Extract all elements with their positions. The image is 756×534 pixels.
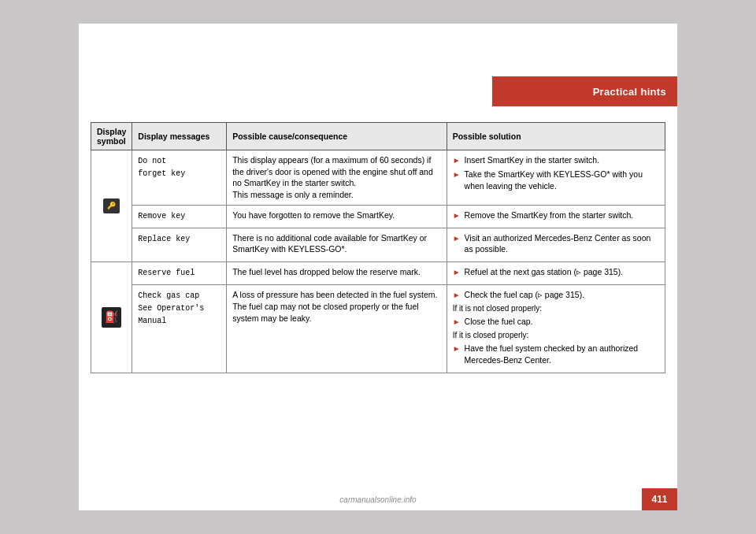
- solution-item: ► Visit an authorized Mercedes-Benz Cent…: [453, 232, 659, 255]
- message-text: Do notforget key: [138, 157, 185, 178]
- solution-text: Take the SmartKey with KEYLESS-GO* with …: [465, 169, 659, 191]
- solution-text: Refuel at the next gas station (▹ page 3…: [465, 266, 624, 278]
- table-row: 🔑 Do notforget key This display appears …: [91, 150, 665, 206]
- message-text: Reserve fuel: [138, 269, 195, 277]
- solution-text: Insert SmartKey in the starter switch.: [465, 154, 600, 166]
- solution-item: ► Close the fuel cap.: [453, 316, 659, 328]
- table-row: Check gas capSee Operator's Manual A los…: [91, 285, 665, 373]
- solution-check-gas-cap: ► Check the fuel cap (▹ page 315). If it…: [447, 285, 665, 373]
- fuel-symbol-cell: ⛽: [91, 262, 132, 373]
- message-check-gas-cap: Check gas capSee Operator's Manual: [132, 285, 227, 373]
- bullet-arrow-icon: ►: [453, 343, 461, 354]
- page-number-box: 411: [642, 488, 677, 510]
- col-header-cause: Possible cause/consequence: [227, 123, 447, 150]
- solution-item: ► Check the fuel cap (▹ page 315).: [453, 289, 659, 301]
- watermark: carmanualsonline.info: [339, 495, 416, 504]
- solution-item: ► Refuel at the next gas station (▹ page…: [453, 266, 659, 278]
- cause-check-gas-cap: A loss of pressure has been detected in …: [227, 285, 447, 373]
- solution-remove-key: ► Remove the SmartKey from the starter s…: [447, 205, 665, 228]
- key-icon: 🔑: [103, 198, 120, 213]
- table-row: ⛽ Reserve fuel The fuel level has droppe…: [91, 262, 665, 285]
- conditional-text-closed: If it is closed properly:: [453, 330, 659, 341]
- solution-item: ► Have the fuel system checked by an aut…: [453, 343, 659, 365]
- solution-text: Visit an authorized Mercedes-Benz Center…: [465, 232, 659, 255]
- bullet-arrow-icon: ►: [453, 233, 461, 244]
- key-symbol-cell: 🔑: [91, 150, 132, 262]
- message-text: Remove key: [138, 212, 185, 221]
- cause-remove-key: You have forgotten to remove the SmartKe…: [227, 205, 447, 228]
- message-replace-key: Replace key: [132, 228, 227, 261]
- fuel-icon: ⛽: [102, 307, 121, 328]
- message-text: Replace key: [138, 235, 190, 243]
- header-title: Practical hints: [593, 86, 666, 98]
- solution-item: ► Remove the SmartKey from the starter s…: [453, 210, 659, 221]
- solution-text: Close the fuel cap.: [465, 316, 533, 328]
- message-remove-key: Remove key: [132, 205, 227, 228]
- main-table-container: Display symbol Display messages Possible…: [91, 122, 665, 373]
- bullet-arrow-icon: ►: [453, 210, 461, 221]
- bullet-arrow-icon: ►: [453, 290, 461, 301]
- col-header-symbol: Display symbol: [91, 123, 132, 150]
- table-row: Remove key You have forgotten to remove …: [91, 205, 665, 228]
- header-bar: Practical hints: [492, 76, 677, 106]
- table-row: Replace key There is no additional code …: [91, 228, 665, 261]
- conditional-text-not-closed: If it is not closed properly:: [453, 303, 659, 314]
- cause-replace-key: There is no additional code available fo…: [227, 228, 447, 261]
- bullet-arrow-icon: ►: [453, 155, 461, 166]
- bullet-arrow-icon: ►: [453, 317, 461, 328]
- bullet-arrow-icon: ►: [453, 169, 461, 180]
- col-header-messages: Display messages: [132, 123, 227, 150]
- message-do-not-forget: Do notforget key: [132, 150, 227, 206]
- cause-do-not-forget: This display appears (for a maximum of 6…: [227, 150, 447, 206]
- message-text: Check gas capSee Operator's Manual: [138, 291, 204, 325]
- solution-text: Have the fuel system checked by an autho…: [465, 343, 659, 365]
- cause-reserve-fuel: The fuel level has dropped below the res…: [227, 262, 447, 285]
- solution-do-not-forget: ► Insert SmartKey in the starter switch.…: [447, 150, 665, 206]
- solution-reserve-fuel: ► Refuel at the next gas station (▹ page…: [447, 262, 665, 285]
- col-header-solution: Possible solution: [447, 123, 665, 150]
- solution-text: Check the fuel cap (▹ page 315).: [465, 289, 585, 301]
- solution-item: ► Insert SmartKey in the starter switch.: [453, 154, 659, 166]
- message-reserve-fuel: Reserve fuel: [132, 262, 227, 285]
- solution-replace-key: ► Visit an authorized Mercedes-Benz Cent…: [447, 228, 665, 261]
- bullet-arrow-icon: ►: [453, 267, 461, 278]
- table-header-row: Display symbol Display messages Possible…: [91, 123, 665, 150]
- solution-text: Remove the SmartKey from the starter swi…: [465, 210, 634, 221]
- display-messages-table: Display symbol Display messages Possible…: [91, 122, 665, 373]
- page-number: 411: [651, 494, 667, 505]
- solution-item: ► Take the SmartKey with KEYLESS-GO* wit…: [453, 169, 659, 191]
